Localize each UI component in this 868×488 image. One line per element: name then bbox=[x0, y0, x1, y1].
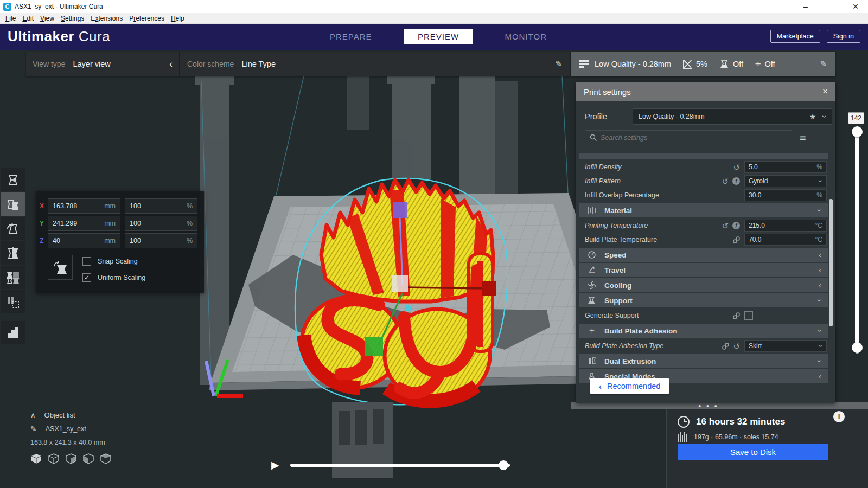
mirror-tool-button[interactable] bbox=[1, 241, 25, 265]
recommended-button[interactable]: ‹ Recommended bbox=[590, 378, 669, 394]
section-speed[interactable]: Speed ‹ bbox=[579, 248, 828, 262]
support-blocker-button[interactable] bbox=[1, 290, 25, 313]
object-entry[interactable]: ✎ ASX1_sy_ext bbox=[30, 425, 112, 433]
layer-slider-bottom-handle[interactable] bbox=[852, 342, 863, 353]
star-icon[interactable]: ★ bbox=[809, 112, 816, 121]
menu-help[interactable]: Help bbox=[168, 15, 188, 22]
material-estimate: 197g · 65.96m · soles 15.74 bbox=[694, 433, 778, 441]
edit-pencil-icon[interactable]: ✎ bbox=[555, 59, 562, 69]
info-icon[interactable]: i bbox=[833, 411, 845, 422]
scale-x-mm-field[interactable]: 163.788 mm bbox=[48, 198, 120, 214]
tab-monitor[interactable]: MONITOR bbox=[499, 29, 552, 44]
object-list-area: ∧ Object list ✎ ASX1_sy_ext 163.8 x 241.… bbox=[30, 411, 112, 465]
layer-slider-top-handle[interactable] bbox=[852, 126, 863, 137]
menu-preferences[interactable]: Preferences bbox=[126, 15, 168, 22]
scale-reset-button[interactable] bbox=[48, 255, 73, 280]
chevron-left-icon: ‹ bbox=[819, 281, 821, 290]
object-list-label: Object list bbox=[44, 411, 75, 419]
rotate-icon bbox=[6, 222, 20, 236]
link-icon[interactable] bbox=[733, 236, 740, 243]
object-list-toggle[interactable]: ∧ Object list bbox=[30, 411, 112, 419]
section-build-plate-adhesion[interactable]: ÷ Build Plate Adhesion › bbox=[579, 324, 828, 338]
maximize-button[interactable] bbox=[818, 0, 843, 13]
snap-scaling-checkbox[interactable] bbox=[82, 257, 91, 266]
revert-icon[interactable]: ↺ bbox=[722, 222, 729, 230]
infill-pattern-dropdown[interactable]: Gyroid › bbox=[744, 175, 827, 187]
section-support[interactable]: Support › bbox=[579, 293, 828, 307]
scale-reset-icon bbox=[53, 260, 68, 275]
uniform-scaling-checkbox[interactable]: ✓ bbox=[82, 273, 91, 282]
generate-support-checkbox[interactable] bbox=[744, 311, 753, 320]
cube-left-face-icon[interactable] bbox=[82, 453, 94, 465]
collapse-left-icon[interactable]: ‹ bbox=[169, 59, 173, 70]
panel-title: Print settings bbox=[584, 87, 631, 97]
simulation-slider-handle[interactable] bbox=[499, 460, 508, 470]
print-settings-header[interactable]: Print settings × bbox=[576, 82, 835, 101]
infill-density-field[interactable]: 5.0 % bbox=[744, 161, 827, 173]
printing-temperature-field[interactable]: 215.0 °C bbox=[744, 220, 827, 232]
link-icon[interactable] bbox=[733, 312, 740, 319]
settings-visibility-menu-icon[interactable]: ≡ bbox=[800, 132, 806, 144]
simulation-slider-track[interactable] bbox=[290, 464, 510, 467]
layer-slider-track[interactable] bbox=[855, 129, 859, 354]
scale-y-mm-field[interactable]: 241.299 mm bbox=[48, 216, 120, 231]
print-time-estimate: 16 hours 32 minutes bbox=[696, 416, 785, 427]
stairs-plugin-button[interactable] bbox=[1, 321, 25, 344]
scale-z-mm-field[interactable]: 40 mm bbox=[48, 233, 120, 248]
cube-outline-icon[interactable] bbox=[48, 453, 60, 465]
revert-icon[interactable]: ↺ bbox=[733, 163, 740, 171]
cube-top-face-icon[interactable] bbox=[100, 453, 112, 465]
menu-edit[interactable]: Edit bbox=[19, 15, 37, 22]
rotate-tool-button[interactable] bbox=[1, 217, 25, 240]
menu-file[interactable]: File bbox=[2, 15, 19, 22]
section-cooling[interactable]: Cooling ‹ bbox=[579, 278, 828, 292]
infill-overlap-field[interactable]: 30.0 % bbox=[744, 189, 827, 201]
build-plate-temperature-field[interactable]: 70.0 °C bbox=[744, 234, 827, 246]
profile-dropdown[interactable]: Low Quality - 0.28mm ★ › bbox=[633, 108, 832, 125]
menu-view[interactable]: View bbox=[37, 15, 58, 22]
section-material[interactable]: Material › bbox=[579, 203, 828, 217]
search-settings-box[interactable] bbox=[585, 130, 792, 145]
clipped-section-header[interactable] bbox=[579, 153, 828, 159]
print-settings-summary[interactable]: Low Quality - 0.28mm 5% Off ÷ Off ✎ bbox=[571, 52, 835, 76]
scale-y-percent-field[interactable]: 100 % bbox=[125, 216, 197, 231]
close-button[interactable]: × bbox=[843, 0, 868, 13]
menu-settings[interactable]: Settings bbox=[58, 15, 87, 22]
search-settings-input[interactable] bbox=[601, 134, 787, 142]
section-dual-extrusion[interactable]: Dual Extrusion › bbox=[579, 354, 828, 368]
color-scheme-selector[interactable]: Color scheme Line Type ✎ bbox=[180, 52, 570, 76]
tab-prepare[interactable]: PREPARE bbox=[324, 29, 378, 44]
scale-icon bbox=[6, 197, 20, 211]
view-type-selector[interactable]: View type Layer view ‹ bbox=[26, 52, 180, 76]
cube-solid-icon[interactable] bbox=[30, 453, 42, 465]
marketplace-button[interactable]: Marketplace bbox=[770, 30, 820, 43]
edit-settings-pencil-icon[interactable]: ✎ bbox=[820, 59, 827, 69]
function-icon[interactable]: f bbox=[732, 177, 740, 185]
per-model-settings-button[interactable] bbox=[1, 266, 25, 289]
revert-icon[interactable]: ↺ bbox=[722, 177, 729, 185]
save-to-disk-button[interactable]: Save to Disk bbox=[678, 444, 828, 460]
scale-z-percent-field[interactable]: 100 % bbox=[125, 233, 197, 248]
panel-close-icon[interactable]: × bbox=[822, 86, 828, 97]
uniform-scaling-row: ✓ Uniform Scaling bbox=[82, 273, 145, 282]
profile-label: Profile bbox=[585, 112, 607, 121]
summary-adhesion: Off bbox=[765, 60, 775, 68]
menu-extensions[interactable]: Extensions bbox=[87, 15, 126, 22]
rename-pencil-icon[interactable]: ✎ bbox=[30, 425, 37, 433]
setting-label: Build Plate Adhesion Type bbox=[585, 342, 663, 350]
link-icon[interactable] bbox=[722, 343, 729, 350]
scale-tool-button[interactable] bbox=[1, 192, 25, 216]
move-tool-button[interactable] bbox=[1, 168, 25, 191]
play-button[interactable]: ▶ bbox=[271, 459, 279, 471]
cube-face-icon[interactable] bbox=[65, 453, 77, 465]
settings-scrollbar[interactable] bbox=[829, 199, 833, 326]
tab-preview[interactable]: PREVIEW bbox=[404, 29, 473, 44]
revert-icon[interactable]: ↺ bbox=[733, 342, 740, 350]
minimize-button[interactable]: – bbox=[793, 0, 818, 13]
adhesion-type-dropdown[interactable]: Skirt › bbox=[744, 340, 827, 352]
sign-in-button[interactable]: Sign in bbox=[827, 30, 860, 43]
chevron-down-icon: › bbox=[817, 345, 826, 348]
section-travel[interactable]: Travel ‹ bbox=[579, 263, 828, 277]
scale-x-percent-field[interactable]: 100 % bbox=[125, 198, 197, 214]
function-icon[interactable]: f bbox=[732, 222, 740, 229]
